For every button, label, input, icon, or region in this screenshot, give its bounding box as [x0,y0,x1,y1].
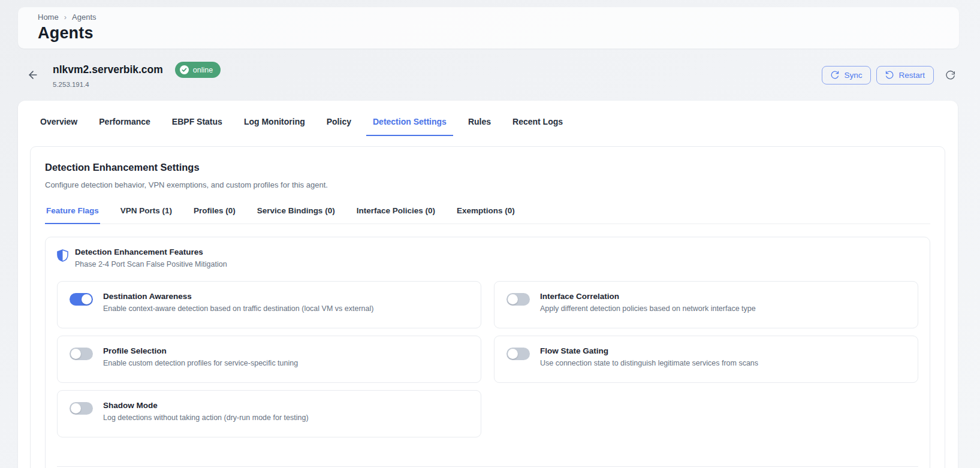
feature-toggle-description: Apply different detection policies based… [540,304,756,313]
features-panel-header: Detection Enhancement Features Phase 2-4… [57,247,918,268]
status-badge: online [175,62,221,78]
sync-button-label: Sync [844,71,862,80]
refresh-cw-icon [831,71,839,79]
agent-ip: 5.253.191.4 [53,81,221,88]
features-panel-title: Detection Enhancement Features [75,247,227,256]
toggle-knob [71,349,81,359]
features-panel-titles: Detection Enhancement Features Phase 2-4… [75,247,227,268]
features-panel: Detection Enhancement Features Phase 2-4… [45,237,930,468]
features-panel-subtitle: Phase 2-4 Port Scan False Positive Mitig… [75,260,227,268]
page-title: Agents [38,24,939,43]
subtab-interface-policies-0[interactable]: Interface Policies (0) [355,203,436,224]
toggle-knob [82,294,92,304]
feature-toggle-card-profile-selection: Profile Selection Enable custom detectio… [57,336,481,383]
subtab-feature-flags[interactable]: Feature Flags [45,203,100,224]
tab-policy[interactable]: Policy [320,115,358,136]
feature-toggle-switch-flow-state-gating[interactable] [506,348,530,360]
agent-header: nlkvm2.serverbik.com online 5.253.191.4 … [18,62,959,88]
feature-toggle-texts: Interface Correlation Apply different de… [540,292,756,313]
subtab-exemptions-0[interactable]: Exemptions (0) [456,203,516,224]
agent-identity: nlkvm2.serverbik.com online 5.253.191.4 [53,62,221,88]
feature-toggle-texts: Shadow Mode Log detections without takin… [103,401,309,422]
tab-log-monitoring[interactable]: Log Monitoring [237,115,312,136]
settings-subtitle: Configure detection behavior, VPN exempt… [45,180,930,189]
feature-toggle-card-interface-correlation: Interface Correlation Apply different de… [494,281,918,328]
header-actions: Sync Restart [822,66,959,84]
agent-detail-card: OverviewPerformanceEBPF StatusLog Monito… [18,101,958,468]
breadcrumb-home[interactable]: Home [38,13,59,22]
feature-toggle-card-destination-awareness: Destination Awareness Enable context-awa… [57,281,481,328]
feature-toggle-texts: Flow State Gating Use connection state t… [540,346,758,367]
arrow-left-icon [27,69,39,81]
refresh-icon [946,70,955,80]
feature-toggle-grid: Destination Awareness Enable context-awa… [57,281,918,437]
settings-title: Detection Enhancement Settings [45,162,930,173]
feature-toggle-card-shadow-mode: Shadow Mode Log detections without takin… [57,390,481,437]
detection-settings-card: Detection Enhancement Settings Configure… [30,146,945,468]
feature-toggle-switch-destination-awareness[interactable] [70,293,93,306]
toggle-knob [508,294,518,304]
sync-button[interactable]: Sync [822,66,871,84]
feature-toggle-label: Flow State Gating [540,346,758,355]
feature-toggle-description: Log detections without taking action (dr… [103,413,309,422]
toggle-knob [508,349,518,359]
tab-overview[interactable]: Overview [34,115,84,136]
feature-toggle-texts: Destination Awareness Enable context-awa… [103,292,373,313]
tab-detection-settings[interactable]: Detection Settings [366,115,453,136]
tab-performance[interactable]: Performance [92,115,157,136]
feature-toggle-switch-interface-correlation[interactable] [506,293,530,306]
feature-toggle-label: Shadow Mode [103,401,309,410]
shield-icon [57,249,68,262]
feature-toggle-label: Destination Awareness [103,292,373,301]
rotate-ccw-icon [885,71,894,79]
tab-rules[interactable]: Rules [462,115,497,136]
settings-subtabs: Feature FlagsVPN Ports (1)Profiles (0)Se… [45,203,930,224]
check-circle-icon [180,65,189,74]
toggle-knob [71,403,81,413]
page-header: Home › Agents Agents [18,7,959,49]
tab-recent-logs[interactable]: Recent Logs [506,115,569,136]
feature-toggle-card-flow-state-gating: Flow State Gating Use connection state t… [494,336,918,383]
feature-toggle-description: Enable context-aware detection based on … [103,304,373,313]
breadcrumb: Home › Agents [38,13,939,22]
feature-toggle-label: Interface Correlation [540,292,756,301]
feature-toggle-switch-profile-selection[interactable] [70,348,93,360]
breadcrumb-current: Agents [72,13,96,22]
agent-tabs: OverviewPerformanceEBPF StatusLog Monito… [18,101,958,136]
section-divider [57,466,918,467]
tab-ebpf-status[interactable]: EBPF Status [165,115,229,136]
feature-toggle-label: Profile Selection [103,346,298,355]
subtab-profiles-0[interactable]: Profiles (0) [192,203,237,224]
breadcrumb-separator-icon: › [64,13,67,22]
status-text: online [193,66,213,74]
feature-toggle-description: Enable custom detection profiles for ser… [103,359,298,367]
feature-toggle-description: Use connection state to distinguish legi… [540,359,758,367]
feature-toggle-texts: Profile Selection Enable custom detectio… [103,346,298,367]
agent-name: nlkvm2.serverbik.com [53,64,163,76]
refresh-button[interactable] [942,67,959,83]
feature-toggle-switch-shadow-mode[interactable] [70,402,93,415]
subtab-service-bindings-0[interactable]: Service Bindings (0) [256,203,336,224]
restart-button[interactable]: Restart [876,66,934,84]
back-button[interactable] [23,65,43,85]
subtab-vpn-ports-1[interactable]: VPN Ports (1) [119,203,173,224]
restart-button-label: Restart [898,71,925,80]
